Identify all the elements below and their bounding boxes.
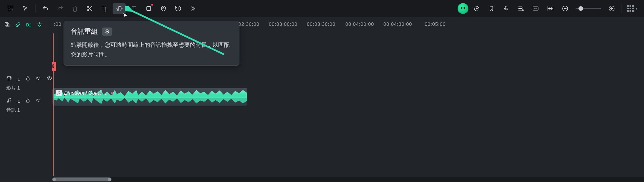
ruler-tick: :00 <box>54 22 62 27</box>
svg-point-23 <box>10 101 11 102</box>
svg-point-26 <box>59 93 60 94</box>
premium-gem-icon: ♦ <box>111 90 113 96</box>
svg-point-8 <box>163 8 164 9</box>
speaker-icon[interactable] <box>36 98 41 105</box>
audio-mixer-button[interactable] <box>514 3 527 14</box>
waveform-icon <box>53 97 247 105</box>
lock-icon[interactable] <box>25 75 31 82</box>
video-track-count: 1 <box>18 77 20 81</box>
ruler-tick: 00:03:00:00 <box>269 22 298 27</box>
svg-point-5 <box>117 10 118 11</box>
video-track-header[interactable]: 1 影片 1 <box>0 73 52 95</box>
speaker-icon[interactable] <box>36 75 41 82</box>
ruler-tick: 00:04:00:00 <box>346 22 374 27</box>
audio-track-label: 音訊 1 <box>6 107 48 113</box>
svg-rect-18 <box>29 23 31 26</box>
svg-rect-24 <box>26 100 29 102</box>
bookmark-button[interactable] <box>485 3 498 14</box>
lock-icon[interactable] <box>25 98 31 105</box>
mask-button[interactable] <box>157 3 170 14</box>
zoom-slider[interactable] <box>576 8 601 9</box>
playhead-frame: 6 <box>52 64 54 69</box>
zoom-out-button[interactable] <box>559 3 572 14</box>
split-button[interactable] <box>83 3 96 14</box>
audio-stretch-button[interactable] <box>113 3 126 14</box>
clip-title: Emotional Guitar ... <box>64 90 108 96</box>
svg-rect-17 <box>26 24 28 26</box>
svg-rect-2 <box>8 9 10 11</box>
svg-point-25 <box>57 94 58 94</box>
timeline-left-tools <box>0 17 52 33</box>
fit-width-button[interactable] <box>544 3 557 14</box>
eye-icon[interactable] <box>47 75 52 82</box>
audio-track-header[interactable]: 1 音訊 1 <box>0 95 52 117</box>
ai-assistant-button[interactable] <box>458 3 468 14</box>
new-badge-dot <box>151 4 153 6</box>
playhead-handle[interactable]: 6 <box>52 62 56 71</box>
pointer-button[interactable] <box>19 3 32 14</box>
svg-point-21 <box>49 78 50 79</box>
shape-button[interactable] <box>142 3 155 14</box>
zoom-in-button[interactable] <box>605 3 618 14</box>
video-track-label: 影片 1 <box>6 85 48 91</box>
scrollbar-thumb[interactable] <box>52 177 111 181</box>
redo-button[interactable] <box>54 3 67 14</box>
add-panel-button[interactable] <box>4 3 17 14</box>
tooltip-body: 點擊開啟後，您可將時間線上的音訊拖拽至想要的時長，以匹配您的影片時間。 <box>71 40 232 59</box>
text-button[interactable] <box>127 3 140 14</box>
svg-rect-20 <box>26 78 29 80</box>
svg-rect-1 <box>11 6 13 8</box>
svg-rect-0 <box>8 6 10 8</box>
timeline-scrollbar[interactable] <box>52 177 644 182</box>
svg-rect-19 <box>7 77 11 80</box>
caret-down-icon: ▼ <box>635 7 638 10</box>
undo-button[interactable] <box>39 3 52 14</box>
filmstrip-icon <box>6 75 12 82</box>
link-tracks-button[interactable] <box>15 22 21 29</box>
track-headers: 1 影片 1 1 音訊 1 <box>0 33 52 176</box>
voiceover-button[interactable] <box>500 3 513 14</box>
tooltip-shortcut: S <box>102 27 112 36</box>
audio-track-count: 1 <box>18 99 20 103</box>
caption-button[interactable] <box>529 3 542 14</box>
render-preview-button[interactable] <box>470 3 483 14</box>
timeline-view-button[interactable]: ▼ <box>625 3 640 14</box>
svg-point-6 <box>120 9 121 10</box>
group-button[interactable] <box>26 22 32 29</box>
audio-clip[interactable]: Emotional Guitar ... ♦ <box>52 88 247 105</box>
playhead[interactable]: 6 <box>53 33 54 176</box>
add-track-button[interactable] <box>4 22 10 29</box>
ruler-tick: 00:04:30:00 <box>384 22 412 27</box>
more-tools-button[interactable] <box>186 3 199 14</box>
tooltip-audio-stretch: 音訊重組 S 點擊開啟後，您可將時間線上的音訊拖拽至想要的時長，以匹配您的影片時… <box>64 21 239 66</box>
music-note-icon <box>56 90 62 96</box>
delete-button[interactable] <box>68 3 81 14</box>
crop-button[interactable] <box>98 3 111 14</box>
svg-rect-7 <box>147 7 151 10</box>
svg-rect-12 <box>533 7 538 10</box>
music-note-icon <box>6 98 12 105</box>
svg-point-22 <box>7 101 9 102</box>
ruler-tick: 00:03:30:00 <box>307 22 336 27</box>
ruler-tick: 00:05:00 <box>425 22 446 27</box>
history-button[interactable] <box>172 3 185 14</box>
tooltip-title: 音訊重組 <box>71 27 98 36</box>
svg-rect-10 <box>505 6 507 9</box>
top-toolbar: ▼ <box>0 0 644 17</box>
marker-button[interactable] <box>36 22 43 29</box>
